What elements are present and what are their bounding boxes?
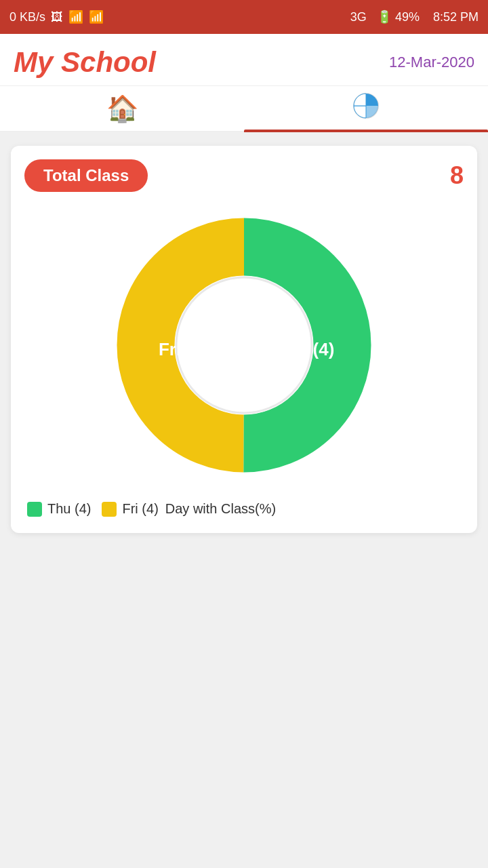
signal-icon1: 📶 — [68, 9, 83, 24]
fri-label: Fri (4) — [159, 339, 207, 359]
total-class-count: 8 — [450, 161, 464, 190]
thu-legend-label: Thu (4) — [47, 501, 91, 517]
gallery-icon: 🖼 — [51, 10, 63, 24]
battery-level: 49% — [395, 10, 420, 24]
legend-fri: Fri (4) — [102, 501, 158, 517]
status-bar-right: 3G 🔋 49% 8:52 PM — [350, 9, 479, 24]
donut-chart: Fri (4) Thu (4) — [102, 203, 386, 488]
tab-bar: 🏠 — [0, 86, 488, 132]
total-class-badge: Total Class — [24, 159, 148, 192]
chart-container: Fri (4) Thu (4) — [24, 203, 464, 488]
battery-icon: 🔋 — [377, 10, 392, 24]
app-title: My School — [14, 46, 156, 79]
chart-legend: Thu (4) Fri (4) Day with Class(%) — [24, 501, 464, 517]
status-bar-left: 0 KB/s 🖼 📶 📶 — [9, 9, 104, 24]
chart-icon — [352, 92, 380, 125]
data-speed-icon: 0 KB/s — [9, 10, 45, 24]
clock: 8:52 PM — [433, 10, 479, 24]
tab-chart[interactable] — [244, 86, 488, 131]
thu-label: Thu (4) — [276, 339, 335, 359]
thu-color-dot — [27, 502, 42, 517]
legend-thu: Thu (4) — [27, 501, 91, 517]
home-icon: 🏠 — [106, 94, 138, 123]
signal-3g: 3G — [350, 10, 367, 24]
tab-home[interactable]: 🏠 — [0, 86, 244, 131]
chart-card: Total Class 8 — [11, 146, 477, 533]
legend-title: Day with Class(%) — [165, 501, 276, 517]
header-date: 12-Mar-2020 — [389, 54, 474, 71]
status-bar: 0 KB/s 🖼 📶 📶 3G 🔋 49% 8:52 PM — [0, 0, 488, 34]
fri-legend-label: Fri (4) — [122, 501, 158, 517]
app-header: My School 12-Mar-2020 — [0, 34, 488, 86]
main-content: Total Class 8 — [0, 132, 488, 859]
fri-color-dot — [102, 502, 117, 517]
signal-icon2: 📶 — [89, 9, 104, 24]
card-header: Total Class 8 — [24, 159, 464, 192]
